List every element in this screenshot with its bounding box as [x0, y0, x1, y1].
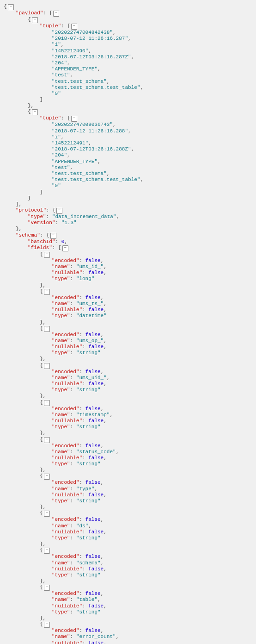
collapse-icon[interactable]: −	[44, 252, 50, 258]
collapse-icon[interactable]: −	[56, 208, 62, 214]
json-key: "encoded"	[52, 332, 79, 338]
json-key: "type"	[28, 214, 46, 219]
json-string: "string"	[76, 461, 101, 467]
json-key: "encoded"	[52, 369, 79, 375]
json-key: "nullable"	[52, 270, 82, 275]
json-string: "error_count"	[76, 634, 116, 639]
json-key: "encoded"	[52, 443, 79, 449]
json-boolean: false	[85, 554, 101, 559]
json-string: "test"	[52, 72, 70, 78]
json-boolean: false	[85, 480, 101, 485]
collapse-icon[interactable]: −	[71, 24, 77, 30]
collapse-icon[interactable]: −	[44, 474, 50, 480]
json-key: "type"	[52, 313, 70, 319]
collapse-icon[interactable]: −	[53, 11, 59, 17]
json-key: "type"	[52, 572, 70, 578]
collapse-icon[interactable]: −	[44, 622, 50, 628]
json-string: "APPENDER_TYPE"	[52, 159, 98, 164]
json-viewer: {−"payload": [−{−"tuple": [−"20202274700…	[4, 4, 252, 644]
json-key: "type"	[52, 461, 70, 467]
json-key: "nullable"	[52, 455, 82, 461]
collapse-icon[interactable]: −	[62, 245, 68, 251]
collapse-icon[interactable]: −	[44, 363, 50, 369]
json-key: "encoded"	[52, 517, 79, 522]
json-boolean: false	[85, 443, 101, 449]
collapse-icon[interactable]: −	[32, 17, 38, 23]
json-key: "name"	[52, 375, 70, 381]
json-string: "i"	[52, 134, 61, 140]
json-key: "tuple"	[40, 23, 61, 29]
json-string: "string"	[76, 498, 101, 504]
json-string: "2018-07-12T03:26:16.288Z"	[52, 146, 131, 152]
json-string: "ums_ts_"	[76, 301, 104, 306]
json-string: "2018-07-12 11:26:16.287"	[52, 36, 128, 41]
json-key: "nullable"	[52, 566, 82, 572]
json-string: "ums_uid_"	[76, 375, 107, 381]
json-string: "string"	[76, 609, 101, 615]
json-key: "nullable"	[52, 492, 82, 498]
json-boolean: false	[85, 369, 101, 375]
collapse-icon[interactable]: −	[44, 511, 50, 517]
collapse-icon[interactable]: −	[71, 116, 77, 122]
json-string: "204"	[52, 152, 67, 158]
json-string: "datetime"	[76, 313, 107, 319]
collapse-icon[interactable]: −	[44, 548, 50, 554]
json-key: "nullable"	[52, 603, 82, 609]
json-key: "encoded"	[52, 480, 79, 485]
json-string: "202022747009036743"	[52, 122, 113, 127]
collapse-icon[interactable]: −	[44, 437, 50, 443]
json-string: "string"	[76, 535, 101, 541]
json-string: "type"	[76, 486, 95, 492]
json-string: "1.3"	[61, 220, 77, 225]
json-string: "1452212491"	[52, 140, 88, 146]
json-key: "name"	[52, 560, 70, 566]
json-string: "test.test_schema.test_table"	[52, 85, 140, 90]
json-key: "tuple"	[40, 115, 61, 121]
json-key: "schema"	[16, 232, 40, 238]
json-string: "i"	[52, 42, 61, 47]
collapse-icon[interactable]: −	[44, 326, 50, 332]
json-string: "2018-07-12T03:26:16.287Z"	[52, 54, 131, 60]
json-key: "encoded"	[52, 591, 79, 596]
json-string: "204"	[52, 60, 67, 66]
json-boolean: false	[85, 406, 101, 412]
json-boolean: false	[88, 344, 104, 350]
json-boolean: false	[88, 307, 104, 313]
json-key: "encoded"	[52, 258, 79, 263]
json-key: "encoded"	[52, 295, 79, 300]
json-string: "0"	[52, 183, 61, 188]
collapse-icon[interactable]: −	[50, 233, 56, 239]
json-string: "status_code"	[76, 449, 116, 455]
json-string: "2018-07-12 11:26:16.288"	[52, 128, 128, 134]
json-key: "type"	[52, 535, 70, 541]
json-key: "name"	[52, 634, 70, 639]
json-string: "string"	[76, 350, 101, 356]
json-boolean: false	[88, 603, 104, 609]
json-key: "type"	[52, 609, 70, 615]
json-key: "type"	[52, 350, 70, 356]
json-key: "nullable"	[52, 381, 82, 387]
json-boolean: false	[88, 270, 104, 275]
json-key: "type"	[52, 387, 70, 393]
json-string: "string"	[76, 387, 101, 393]
json-string: "string"	[76, 572, 101, 578]
json-string: "ds"	[76, 523, 88, 529]
json-boolean: false	[85, 332, 101, 338]
json-key: "name"	[52, 523, 70, 529]
json-key: "name"	[52, 449, 70, 455]
json-key: "type"	[52, 498, 70, 504]
json-string: "test.test_schema"	[52, 79, 107, 84]
collapse-icon[interactable]: −	[8, 4, 14, 10]
json-key: "name"	[52, 597, 70, 602]
json-key: "batchId"	[28, 239, 55, 244]
json-string: "0"	[52, 91, 61, 96]
collapse-icon[interactable]: −	[44, 289, 50, 295]
json-key: "encoded"	[52, 554, 79, 559]
json-key: "nullable"	[52, 344, 82, 350]
json-string: "schema"	[76, 560, 101, 566]
collapse-icon[interactable]: −	[44, 585, 50, 591]
json-key: "nullable"	[52, 418, 82, 424]
collapse-icon[interactable]: −	[32, 109, 38, 115]
json-boolean: false	[85, 591, 101, 596]
collapse-icon[interactable]: −	[44, 400, 50, 406]
